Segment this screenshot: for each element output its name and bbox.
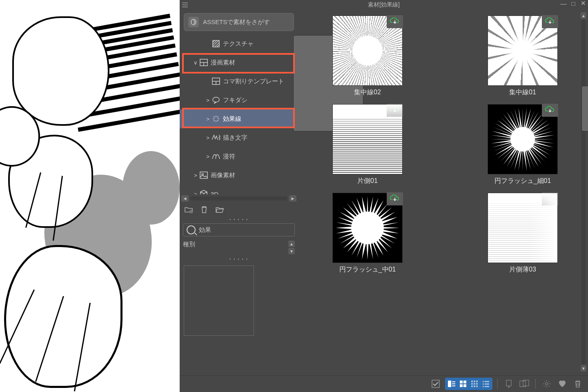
tree-item[interactable]: コマ割りテンプレート (180, 72, 298, 91)
download-badge-icon[interactable] (387, 192, 403, 205)
tree-item-label: 効果線 (223, 115, 241, 123)
maximize-button[interactable]: □ (570, 0, 577, 7)
save-material-button[interactable] (518, 378, 530, 390)
tree-item-label: 3D (211, 191, 218, 195)
material-name: 円フラッシュ_中01 (339, 265, 396, 274)
svg-rect-31 (506, 380, 511, 386)
filter-up-button[interactable]: ▲ (288, 241, 295, 247)
filter-label: 種別 (183, 241, 288, 248)
material-item[interactable]: 集中線01 (470, 16, 576, 97)
burst-icon (212, 114, 220, 123)
tree-item[interactable]: >漫符 (180, 147, 298, 166)
svg-rect-12 (460, 381, 463, 383)
filter-down-button[interactable]: ▼ (288, 248, 295, 254)
material-grid[interactable]: 集中線02集中線01片側01円フラッシュ_細01円フラッシュ_中01片側薄03 (298, 10, 588, 392)
tree-item-label: 漫符 (223, 153, 235, 160)
assets-search-button[interactable]: ASSETSで素材をさがす (184, 13, 294, 31)
paste-to-canvas-button[interactable] (503, 378, 515, 390)
tree-item-label: 漫画素材 (211, 59, 235, 67)
tree-vscroll[interactable] (292, 35, 298, 194)
material-item[interactable]: 集中線02 (314, 16, 421, 97)
open-folder-button[interactable] (214, 204, 225, 215)
tree-item[interactable]: >画像素材 (180, 166, 298, 185)
image-icon (199, 171, 208, 180)
folder-toolbar (180, 202, 298, 217)
tree-hscroll[interactable]: ◄ ► (181, 195, 296, 202)
svg-rect-17 (474, 381, 475, 382)
delete-folder-button[interactable] (198, 204, 210, 215)
download-badge-icon[interactable] (542, 15, 558, 28)
chevron-icon: > (192, 172, 199, 178)
material-thumbnail (488, 16, 558, 86)
chevron-icon: > (204, 116, 212, 122)
tree-item[interactable]: >3D (180, 185, 298, 194)
settings-icon[interactable] (541, 378, 553, 390)
view-list-button[interactable] (480, 379, 492, 389)
tree-item[interactable]: テクスチャ (180, 34, 298, 53)
svg-rect-24 (476, 385, 478, 387)
svg-rect-21 (476, 383, 478, 385)
tree-item-label: 画像素材 (211, 172, 235, 179)
scroll-up-icon[interactable]: ▲ (581, 12, 586, 19)
view-small-button[interactable] (469, 379, 480, 389)
check-icon[interactable] (430, 378, 442, 390)
material-item[interactable]: 片側01 (314, 104, 421, 185)
material-name: 片側01 (357, 177, 378, 185)
material-thumbnail (488, 193, 558, 263)
tree-item[interactable]: >効果線 (180, 109, 298, 128)
material-thumbnail (332, 193, 403, 263)
tree-item[interactable]: ∨漫画素材 (180, 53, 298, 72)
svg-rect-27 (483, 383, 484, 385)
svg-rect-13 (463, 381, 466, 383)
tree-item[interactable]: >フキダシ (180, 91, 298, 109)
cube-icon (199, 189, 208, 194)
material-thumbnail (332, 104, 403, 174)
material-thumbnail (332, 16, 403, 86)
chevron-icon: > (192, 191, 199, 195)
chevron-icon: > (204, 154, 212, 160)
download-badge-icon[interactable] (387, 104, 403, 117)
grid-vscroll[interactable]: ▲ ▼ (581, 12, 586, 372)
favorite-icon[interactable] (556, 378, 568, 390)
chevron-icon: > (204, 97, 212, 103)
chevron-icon: > (204, 135, 212, 141)
material-panel: 素材[効果線] — □ ✕ ASSETSで素材をさがす テクス (180, 0, 588, 392)
scroll-right-icon[interactable]: ► (289, 195, 296, 202)
svg-rect-26 (485, 381, 489, 382)
svg-rect-30 (485, 386, 489, 387)
panel-title: 素材[効果線] (180, 1, 588, 9)
material-name: 集中線02 (354, 88, 381, 97)
assets-search-label: ASSETSで素材をさがす (203, 18, 270, 26)
search-box[interactable]: 効果 (183, 223, 295, 236)
material-item[interactable]: 片側薄03 (470, 193, 576, 274)
material-name: 円フラッシュ_細01 (494, 177, 551, 185)
svg-rect-29 (483, 386, 484, 387)
search-value: 効果 (199, 226, 211, 234)
download-badge-icon[interactable] (387, 15, 403, 28)
titlebar: 素材[効果線] — □ ✕ (180, 0, 588, 10)
panel-icon (199, 58, 208, 67)
tree-item[interactable]: >描き文字 (180, 128, 298, 147)
material-name: 集中線01 (509, 88, 536, 97)
panel-icon (212, 77, 220, 86)
svg-rect-10 (452, 383, 455, 384)
view-detail-button[interactable] (446, 379, 457, 389)
minimize-button[interactable]: — (560, 0, 567, 7)
scroll-down-icon[interactable]: ▼ (581, 365, 586, 372)
material-tree[interactable]: テクスチャ∨漫画素材コマ割りテンプレート>フキダシ>効果線>描き文字>漫符>画像… (180, 34, 298, 194)
close-button[interactable]: ✕ (580, 0, 586, 7)
trash-icon[interactable] (572, 378, 584, 390)
download-badge-icon[interactable] (542, 192, 558, 205)
material-item[interactable]: 円フラッシュ_細01 (470, 104, 576, 185)
view-large-button[interactable] (457, 379, 469, 389)
material-thumbnail (488, 104, 558, 174)
material-item[interactable]: 円フラッシュ_中01 (314, 193, 421, 274)
svg-rect-7 (432, 380, 439, 388)
scroll-left-icon[interactable]: ◄ (181, 195, 189, 202)
new-folder-button[interactable] (183, 204, 194, 215)
svg-rect-28 (485, 383, 489, 385)
material-grid-area: 集中線02集中線01片側01円フラッシュ_細01円フラッシュ_中01片側薄03 … (298, 10, 588, 392)
canvas-area[interactable] (0, 0, 180, 392)
download-badge-icon[interactable] (542, 104, 558, 117)
svg-rect-9 (452, 381, 455, 382)
